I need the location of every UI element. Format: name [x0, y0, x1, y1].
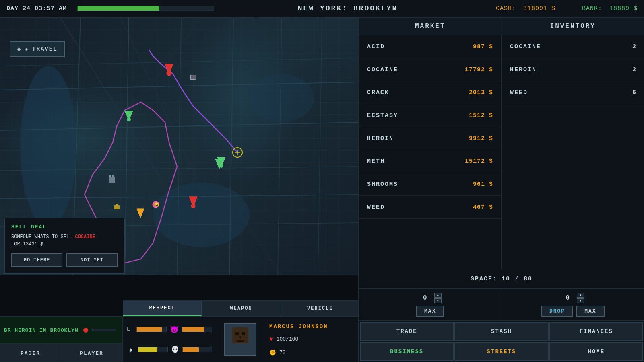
market-price: 1512 $: [469, 112, 493, 119]
market-row[interactable]: ACID 987 $: [359, 35, 501, 58]
market-row[interactable]: CRACK 2013 $: [359, 81, 501, 104]
max-buy-button[interactable]: MAX: [416, 306, 444, 317]
sell-qty-row: 0 ▲ ▼: [561, 293, 584, 303]
svg-rect-42: [235, 332, 239, 335]
svg-point-24: [127, 117, 131, 121]
svg-rect-47: [229, 344, 234, 352]
char-name: MARCUS JOHNSON: [269, 323, 355, 330]
sell-controls: 0 ▲ ▼ DROP MAX: [502, 289, 644, 320]
inv-qty: 2: [632, 43, 636, 50]
travel-compass-icon: ◈: [25, 46, 29, 53]
sell-qty-arrows: ▲ ▼: [577, 293, 584, 303]
market-price: 2013 $: [469, 89, 493, 96]
avatar-svg: [225, 324, 256, 355]
go-there-button[interactable]: GO THERE: [11, 253, 62, 267]
avatar-box: [224, 323, 256, 356]
avatar-area: [216, 317, 264, 362]
cash-label: CASH:: [496, 5, 516, 12]
location-title: NEW YORK: BROOKLYN: [221, 4, 475, 12]
svg-rect-33: [109, 177, 115, 183]
buy-qty-arrows: ▲ ▼: [434, 293, 442, 303]
drop-button[interactable]: DROP: [541, 306, 573, 317]
bank-section: BANK: 18889 $: [565, 5, 638, 12]
market-drug-name: ECSTASY: [367, 112, 469, 119]
sell-deal-body: SOMEONE WHATS TO SELL COCAINE FOR 13431 …: [11, 233, 118, 248]
tab-weapon[interactable]: WEAPON: [202, 301, 281, 316]
stat-bar-fill-4: [183, 347, 199, 352]
stash-button[interactable]: STASH: [454, 322, 548, 341]
bank-label: BANK:: [582, 5, 602, 12]
svg-rect-38: [114, 205, 120, 209]
bank-value: 18889 $: [609, 5, 638, 12]
buy-controls: 0 ▲ ▼ MAX: [359, 289, 502, 320]
health-value: 100/100: [277, 336, 299, 342]
inventory-header: INVENTORY: [502, 18, 644, 35]
svg-rect-32: [191, 75, 196, 79]
ticker-bar: [92, 329, 116, 331]
diamond-icon: ◆: [127, 346, 135, 353]
market-row[interactable]: ECSTASY 1512 $: [359, 104, 501, 127]
not-yet-button[interactable]: NOT YET: [66, 253, 118, 267]
demon-icon: 😈: [170, 325, 179, 334]
heart-icon: ♥: [269, 336, 273, 343]
market-row[interactable]: METH 15172 $: [359, 150, 501, 173]
stat-bar-fill-2: [182, 327, 204, 332]
business-button[interactable]: BUSINESS: [360, 342, 454, 361]
ticker-area: BR HEROIN IN BROOKLYN: [0, 317, 122, 344]
tab-respect[interactable]: RESPECT: [123, 301, 202, 316]
home-button[interactable]: HOME: [549, 342, 643, 361]
inventory-row[interactable]: WEED 6: [502, 81, 644, 104]
inventory-row[interactable]: HEROIN 2: [502, 58, 644, 81]
streets-button[interactable]: STREETS: [454, 342, 548, 361]
sell-deal-prefix: SOMEONE WHATS TO SELL: [11, 234, 75, 240]
health-row: ♥ 100/100: [269, 336, 355, 343]
tab-vehicle[interactable]: VEHICLE: [281, 301, 359, 316]
svg-point-2: [250, 74, 314, 122]
stat-bar-fill-3: [138, 347, 157, 352]
svg-point-0: [20, 66, 76, 227]
market-row[interactable]: WEED 467 $: [359, 196, 501, 219]
market-row[interactable]: HEROIN 9912 $: [359, 127, 501, 150]
space-indicator: SPACE: 10 / 80: [359, 269, 644, 289]
stat-bar-1: [136, 327, 167, 332]
pager-player-buttons: PAGER PLAYER: [0, 344, 122, 362]
stat-bar-3: [138, 347, 168, 352]
svg-rect-34: [109, 175, 111, 177]
svg-line-13: [278, 18, 282, 275]
travel-button[interactable]: ◈ TRAVEL: [10, 41, 65, 57]
stat-bar-4: [182, 347, 212, 352]
sell-qty-up[interactable]: ▲: [577, 293, 584, 298]
tabs-area: RESPECT WEAPON VEHICLE: [123, 300, 360, 316]
fist-icon: ✊: [269, 349, 276, 356]
market-drug-name: COCAINE: [367, 66, 465, 73]
character-panel: L 😈 ◆ 💀: [123, 316, 360, 362]
market-price: 17792 $: [465, 66, 493, 73]
right-panel: MARKET INVENTORY ACID 987 $ COCAINE 1779…: [358, 18, 644, 362]
buy-qty-up[interactable]: ▲: [434, 293, 442, 298]
stat-row-2: ◆ 💀: [127, 345, 212, 354]
trade-controls: 0 ▲ ▼ MAX 0 ▲ ▼ DROP MAX: [359, 289, 644, 321]
market-price: 467 $: [473, 204, 493, 211]
ticker-dot: [83, 328, 88, 333]
inventory-row[interactable]: COCAINE 2: [502, 35, 644, 58]
trade-button[interactable]: TRADE: [360, 322, 454, 341]
sell-deal-title: SELL DEAL: [11, 224, 118, 230]
cash-value: 318091 $: [523, 5, 555, 12]
stat-bar-2: [182, 327, 212, 332]
sell-qty-down[interactable]: ▼: [577, 298, 584, 303]
max-sell-button[interactable]: MAX: [576, 306, 604, 317]
buy-qty-down[interactable]: ▼: [434, 298, 442, 303]
market-drug-name: CRACK: [367, 89, 469, 96]
sell-deal-price: FOR 13431 $: [11, 241, 43, 247]
market-row[interactable]: COCAINE 17792 $: [359, 58, 501, 81]
pager-button[interactable]: PAGER: [0, 344, 61, 362]
strength-value: 70: [279, 350, 286, 356]
market-price: 9912 $: [469, 135, 493, 142]
inv-drug-name: WEED: [510, 89, 632, 96]
market-price: 15172 $: [465, 158, 493, 165]
player-button[interactable]: PLAYER: [61, 344, 122, 362]
travel-label: TRAVEL: [32, 46, 57, 52]
market-list: ACID 987 $ COCAINE 17792 $ CRACK 2013 $ …: [359, 35, 502, 269]
finances-button[interactable]: FINANCES: [549, 322, 643, 341]
market-row[interactable]: SHROOMS 961 $: [359, 173, 501, 196]
